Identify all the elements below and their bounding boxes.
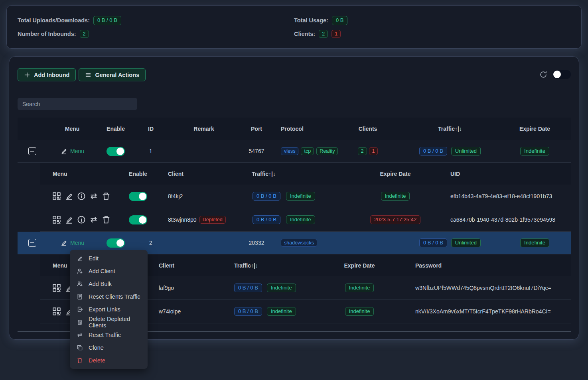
menu-item-label: Add Client — [89, 268, 115, 274]
stats-panel: Total Uploads/Downloads: 0 B / 0 B Total… — [6, 5, 582, 49]
header-menu: Menu — [40, 163, 120, 185]
edit-pencil-icon[interactable] — [65, 215, 73, 224]
clients-depleted-count: 1 — [331, 30, 341, 38]
info-icon[interactable] — [77, 192, 86, 201]
general-actions-button[interactable]: General Actions — [79, 68, 146, 81]
edit-pencil-icon — [60, 239, 67, 246]
clients-active-badge: 2 — [358, 147, 367, 155]
transport-badge: tcp — [301, 147, 314, 155]
menu-item-delete-depleted-clients[interactable]: Delete Depleted Clients — [70, 316, 148, 329]
qr-code-icon[interactable] — [52, 215, 61, 224]
enable-toggle[interactable] — [129, 192, 147, 201]
menu-item-export-links[interactable]: Export Links — [70, 303, 148, 316]
menu-item-clone[interactable]: Clone — [70, 341, 148, 354]
menu-item-edit[interactable]: Edit — [70, 252, 148, 265]
menu-item-label: Delete — [89, 357, 105, 364]
clients-table-header: Menu Enable Client Traffic↑|↓ Expire Dat… — [40, 163, 571, 185]
refresh-icon[interactable] — [539, 71, 547, 79]
inbound-context-menu: Edit Add Client Add Bulk Reset Clients T… — [70, 250, 148, 369]
menu-item-add-client[interactable]: Add Client — [70, 265, 148, 278]
info-icon[interactable] — [77, 215, 86, 224]
enable-toggle[interactable] — [107, 147, 125, 156]
header-menu: Menu — [47, 118, 97, 140]
header-protocol: Protocol — [273, 118, 334, 140]
expire-badge: Indefinite — [520, 238, 549, 248]
menu-item-label: Add Bulk — [89, 281, 112, 287]
inbound-remark — [168, 232, 240, 254]
collapse-row-button[interactable] — [28, 147, 36, 155]
header-enable: Enable — [97, 118, 134, 140]
menu-item-label: Reset Clients Traffic — [89, 293, 140, 300]
general-actions-label: General Actions — [95, 72, 139, 78]
qr-code-icon[interactable] — [52, 307, 61, 316]
menu-item-reset-clients-traffic[interactable]: Reset Clients Traffic — [70, 290, 148, 303]
add-inbound-label: Add Inbound — [34, 72, 69, 78]
traffic-limit-badge: Indefinite — [267, 284, 296, 293]
row-menu-button[interactable]: Menu — [60, 239, 84, 246]
enable-toggle[interactable] — [107, 238, 125, 248]
add-inbound-button[interactable]: Add Inbound — [18, 68, 76, 81]
edit-pencil-icon[interactable] — [65, 192, 73, 201]
delete-icon[interactable] — [102, 215, 110, 224]
qr-code-icon[interactable] — [52, 192, 61, 201]
expire-badge: Indefinite — [520, 147, 549, 156]
row-menu-button[interactable]: Menu — [60, 148, 84, 155]
total-usage-value: 0 B — [332, 16, 348, 25]
traffic-limit-badge: Indefinite — [286, 192, 315, 201]
client-name: w74ioipe — [156, 300, 232, 323]
enable-toggle[interactable] — [129, 215, 147, 224]
total-uploads-downloads-label: Total Uploads/Downloads: — [18, 17, 90, 24]
plus-icon — [24, 72, 30, 78]
traffic-limit-badge: Indefinite — [286, 215, 315, 224]
inbounds-table-header: Menu Enable ID Remark Port Protocol Clie… — [18, 118, 571, 140]
qr-code-icon[interactable] — [52, 284, 61, 292]
clients-label: Clients: — [294, 31, 315, 37]
client-row: 8f4kj2 0 B / 0 B Indefinite Indefinite e… — [40, 185, 571, 208]
menu-item-label: Export Links — [89, 306, 120, 313]
menu-item-label: Clone — [89, 345, 104, 351]
client-uid: ca68470b-1940-437d-802b-1f9573e94598 — [443, 208, 571, 231]
clients-active-count: 2 — [319, 30, 328, 38]
reset-traffic-icon[interactable] — [89, 192, 98, 201]
depleted-badge: Depleted — [199, 216, 226, 224]
client-password: w3NfbzUPf5WWd745Q8pvsmQrdrttT2IO6knuI7Di… — [415, 276, 571, 299]
client-name: 8t3wjnn8p0 — [168, 217, 197, 223]
client-name: 8f4kj2 — [156, 185, 248, 208]
delete-depleted-clients-icon — [77, 319, 83, 325]
menu-item-delete[interactable]: Delete — [70, 354, 148, 367]
expire-badge: Indefinite — [345, 284, 374, 293]
theme-toggle[interactable] — [552, 70, 571, 79]
traffic-badge: 0 B / 0 B — [234, 284, 262, 293]
reset-traffic-icon[interactable] — [89, 215, 98, 224]
header-clients: Clients — [334, 118, 402, 140]
header-client: Client — [156, 163, 248, 185]
expire-badge: Indefinite — [381, 192, 410, 201]
total-usage-label: Total Usage: — [294, 17, 328, 24]
expire-badge: Indefinite — [345, 307, 374, 316]
row-menu-label: Menu — [70, 148, 84, 154]
header-traffic[interactable]: Traffic↑|↓ — [402, 118, 498, 140]
menu-item-label: Delete Depleted Clients — [89, 316, 141, 329]
header-expire-date: Expire Date — [304, 254, 415, 276]
traffic-limit-badge: Indefinite — [267, 307, 296, 316]
menu-item-add-bulk[interactable]: Add Bulk — [70, 278, 148, 290]
number-of-inbounds-value: 2 — [80, 30, 89, 38]
menu-item-reset-traffic[interactable]: Reset Traffic — [70, 329, 148, 341]
number-of-inbounds-label: Number of Inbounds: — [18, 31, 76, 37]
header-traffic[interactable]: Traffic↑|↓ — [248, 163, 347, 185]
header-traffic[interactable]: Traffic↑|↓ — [232, 254, 304, 276]
inbound-1-clients-table: Menu Enable Client Traffic↑|↓ Expire Dat… — [40, 163, 571, 232]
row-menu-label: Menu — [70, 240, 84, 246]
collapse-row-button[interactable] — [28, 239, 36, 247]
client-row: 8t3wjnn8p0 Depleted 0 B / 0 B Indefinite… — [40, 208, 571, 232]
add-client-icon — [77, 268, 83, 274]
traffic-limit-badge: Unlimited — [451, 238, 481, 248]
header-expire-date: Expire Date — [347, 163, 443, 185]
delete-icon[interactable] — [102, 192, 110, 201]
search-input[interactable] — [18, 98, 137, 110]
client-password: nkV/I/3XoAm9v6xMT/T5IcrF4TpeTKF98rHARbRo… — [415, 300, 571, 323]
traffic-badge: 0 B / 0 B — [419, 238, 447, 248]
header-expire-date: Expire Date — [498, 118, 571, 140]
traffic-badge: 0 B / 0 B — [234, 307, 262, 316]
reset-clients-traffic-icon — [77, 293, 83, 300]
